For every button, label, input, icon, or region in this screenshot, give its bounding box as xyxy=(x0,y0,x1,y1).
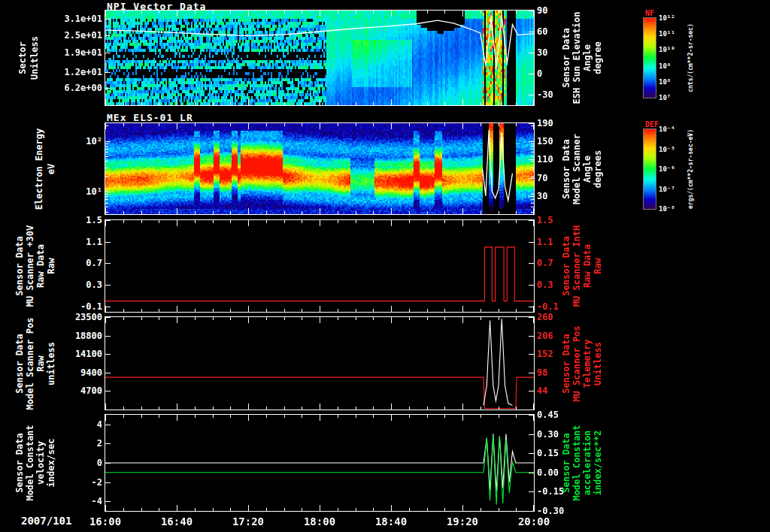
rtick-label: 1.5 xyxy=(537,215,576,225)
panel3-lineplot xyxy=(105,220,534,312)
left-axis-label-line: MU Scanner +30V xyxy=(25,225,35,307)
right-axis-label-line: Sensor Data xyxy=(561,28,571,87)
panel5-lineplot xyxy=(105,415,534,511)
panel1-spectrogram xyxy=(105,11,534,105)
ytick-label: 0 xyxy=(53,458,102,468)
colorbar2-gradient xyxy=(644,129,656,209)
ytick-label: 9400 xyxy=(53,367,102,378)
rtick-label: -0.30 xyxy=(537,506,576,516)
ytick-label: 23500 xyxy=(53,312,102,322)
date-label: 2007/101 xyxy=(21,515,71,527)
right-axis-label-line: Raw Data xyxy=(582,244,593,288)
panel3-canvas xyxy=(105,220,534,312)
rtick-label: -30 xyxy=(537,89,576,100)
colorbar-tick-label: 10⁹ xyxy=(659,62,671,70)
ytick-label: 14100 xyxy=(53,349,102,359)
colorbar-tick-label: 10⁻⁸ xyxy=(659,205,675,213)
rtick-label: 260 xyxy=(537,312,576,322)
colorbar-tick-label: 10⁻⁶ xyxy=(659,165,675,173)
right-axis-label-line: Sensor Data xyxy=(561,334,571,393)
ytick-label: 2 xyxy=(53,438,102,449)
colorbar-tick-label: 10¹¹ xyxy=(659,30,675,38)
xtick-label: 16:00 xyxy=(89,515,121,527)
left-axis-label-line: Sensor Data xyxy=(14,433,25,492)
ytick-label: 4 xyxy=(53,419,102,430)
colorbar-tick-label: 10⁻⁴ xyxy=(659,125,675,133)
xtick-label: 19:20 xyxy=(447,515,478,527)
ytick-label: -4 xyxy=(53,496,102,506)
xtick-label: 20:00 xyxy=(518,515,550,527)
colorbar-tick-label: 10¹² xyxy=(659,14,675,22)
left-axis-label-line: Sensor Data xyxy=(14,236,25,295)
panel4-lineplot xyxy=(105,317,534,410)
tplot-screen: NPI Vector Data MEx ELS-01 LR NF cnts/(c… xyxy=(0,0,770,532)
ytick-label: -0.1 xyxy=(53,301,102,312)
panel1-canvas xyxy=(105,11,534,105)
ytick-label: 1.2e+01 xyxy=(53,67,102,77)
colorbar1-units: cnts/(cm**2-sr-sec) xyxy=(687,23,694,92)
panel2-canvas xyxy=(105,123,534,214)
ytick-label: 10¹ xyxy=(53,186,102,197)
colorbar2-name: DEF xyxy=(645,120,659,128)
right-axis-label-line: degrees xyxy=(593,150,603,188)
ytick-label: 0.3 xyxy=(53,280,102,290)
panel4-canvas xyxy=(105,317,534,410)
right-axis-label-line: Sensor Data xyxy=(561,236,571,295)
colorbar-tick-label: 10⁻⁵ xyxy=(659,146,675,153)
ytick-label: 4700 xyxy=(53,385,102,396)
colorbar-tick-label: 10⁷ xyxy=(659,94,671,101)
colorbar-tick-label: 10¹⁰ xyxy=(659,46,675,53)
right-axis-label-line: acceleration xyxy=(582,431,593,496)
ytick-label: 1.9e+01 xyxy=(53,47,102,58)
ytick-label: -2 xyxy=(53,477,102,488)
left-axis-label-line: index/sec xyxy=(46,438,56,487)
panel5-canvas xyxy=(105,415,534,511)
right-axis-label-line: Angle xyxy=(582,44,593,71)
right-axis-label-line: ESH Sun Elevation xyxy=(571,12,582,104)
panel2-title: MEx ELS-01 LR xyxy=(107,112,193,123)
colorbar1-gradient xyxy=(644,18,656,98)
right-axis-label-line: Model Constant xyxy=(571,425,582,500)
left-axis-label-line: velocity xyxy=(35,441,46,485)
right-axis-label-line: Sensor Data xyxy=(561,433,571,492)
right-axis-label-line: Angle xyxy=(582,155,593,182)
left-axis-label-line: eV xyxy=(46,163,56,174)
right-axis-label-line: Unitless xyxy=(593,342,603,385)
left-axis-label-line: unitless xyxy=(46,342,56,385)
rtick-label: 90 xyxy=(537,5,576,16)
left-axis-label-line: Sensor Data xyxy=(14,334,25,393)
left-axis-label-line: Model Constant xyxy=(25,425,35,500)
left-axis-label-line: Electron Energy xyxy=(34,128,44,209)
left-axis-label-line: Model Scanner Pos xyxy=(25,317,35,410)
ytick-label: 10² xyxy=(53,136,102,147)
rtick-label: -0.1 xyxy=(537,301,576,312)
ytick-label: 3.1e+01 xyxy=(53,14,102,24)
left-axis-label-line: Raw xyxy=(46,258,56,274)
xtick-label: 18:00 xyxy=(304,515,335,527)
rtick-label: 0.45 xyxy=(537,410,576,420)
colorbar2-units: ergs/(cm**2-sr-sec-eV) xyxy=(687,129,694,209)
right-axis-label-line: Sensor Data xyxy=(561,139,571,198)
left-axis-label-line: Raw xyxy=(35,355,46,372)
left-axis-label-line: Sector xyxy=(17,41,28,74)
right-axis-label-line: degree xyxy=(593,41,603,74)
rtick-label: 190 xyxy=(537,118,576,128)
ytick-label: 0.7 xyxy=(53,258,102,268)
colorbar-tick-label: 10⁸ xyxy=(659,78,671,86)
right-axis-label-line: Model Scanner xyxy=(571,134,582,204)
left-axis-label-line: Raw Data xyxy=(35,244,46,288)
right-axis-label-line: MU Scanner Pos xyxy=(571,325,582,401)
ytick-label: 6.2e+00 xyxy=(53,83,102,93)
xtick-label: 16:40 xyxy=(161,515,192,527)
right-axis-label-line: Raw xyxy=(593,258,603,274)
right-axis-label-line: index/sec**2 xyxy=(593,431,603,496)
ytick-label: 18800 xyxy=(53,331,102,341)
colorbar1-name: NF xyxy=(645,9,654,17)
colorbar-tick-label: 10⁻⁷ xyxy=(659,186,675,193)
ytick-label: 1.1 xyxy=(53,237,102,247)
right-axis-label-line: MU Scanner IntH xyxy=(571,225,582,307)
ytick-label: 2.5e+01 xyxy=(53,30,102,41)
panel2-spectrogram xyxy=(105,123,534,214)
left-axis-label-line: Unitless xyxy=(29,36,40,80)
ytick-label: 1.5 xyxy=(53,215,102,225)
